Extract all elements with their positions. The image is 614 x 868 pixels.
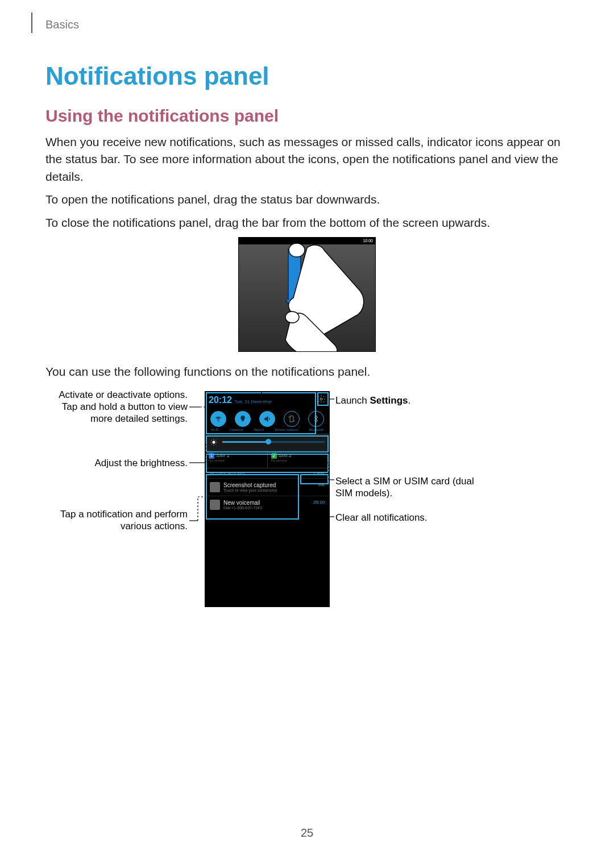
svg-point-0: [289, 243, 305, 257]
brightness-row: [205, 434, 329, 451]
label-launch-settings: Launch Settings.: [335, 394, 483, 406]
label-brightness: Adjust the brightness.: [45, 457, 188, 469]
svg-point-3: [218, 421, 219, 422]
svg-point-1: [285, 312, 299, 323]
manual-page: Basics Notifications panel Using the not…: [0, 0, 614, 868]
svg-point-2: [320, 398, 322, 400]
notification-thumb-icon: [210, 482, 220, 492]
wifi-icon: [210, 411, 226, 427]
page-title: Notifications panel: [45, 62, 569, 90]
paragraph-intro: When you receive new notifications, such…: [45, 134, 569, 185]
location-icon: [235, 411, 251, 427]
quick-toggles-row: [205, 409, 329, 428]
header-rule: [31, 13, 32, 33]
diagram-notifications-panel: 20:12 Tue, 31 December Wi-Fi Location So…: [45, 389, 569, 628]
rotation-icon: [284, 411, 300, 427]
gear-icon: [317, 394, 326, 406]
page-number: 25: [0, 827, 614, 840]
label-tap-notif: Tap a notification and perform various a…: [45, 508, 188, 533]
paragraph-open: To open the notifications panel, drag th…: [45, 191, 569, 208]
bluetooth-icon: [308, 411, 324, 427]
breadcrumb: Basics: [45, 18, 569, 31]
sim2-card: 2SIM 2 No service: [267, 451, 330, 468]
label-clear-all: Clear all notifications.: [335, 512, 483, 524]
brightness-icon: [210, 438, 218, 446]
clock-text: 20:12: [209, 395, 232, 405]
illustration-swipe: 10:00: [45, 237, 569, 352]
label-activate: Activate or deactivate options. Tap and …: [45, 389, 188, 425]
sound-icon: [259, 411, 275, 427]
label-select-sim: Select a SIM or USIM card (dual SIM mode…: [335, 475, 483, 500]
notifications-header-row: NOTIFICATIONS Clear: [205, 468, 329, 478]
phone-mock-swipe: 10:00: [238, 237, 376, 352]
brightness-slider: [222, 441, 325, 443]
paragraph-close: To close the notifications panel, drag t…: [45, 214, 569, 231]
date-text: Tue, 31 December: [234, 399, 272, 404]
svg-rect-5: [290, 416, 293, 422]
phone-mock-panel: 20:12 Tue, 31 December Wi-Fi Location So…: [205, 391, 330, 607]
notification-thumb-icon: [210, 500, 220, 510]
paragraph-functions: You can use the following functions on t…: [45, 363, 569, 380]
panel-header: 20:12 Tue, 31 December: [205, 392, 329, 409]
toggle-labels: Wi-Fi Location Sound Screen rotation Blu…: [205, 428, 329, 434]
notification-item: New voicemail Dial +1-800-637-7243 20:10: [205, 496, 329, 513]
hand-icon: [239, 238, 375, 351]
notification-item: Screenshot captured Touch to view your s…: [205, 478, 329, 496]
sim1-card: 1SIM 1 No service: [205, 451, 267, 468]
section-subtitle: Using the notifications panel: [45, 106, 569, 126]
svg-point-6: [213, 441, 215, 443]
sim-row: 1SIM 1 No service 2SIM 2 No service: [205, 451, 329, 468]
svg-point-4: [242, 417, 243, 418]
